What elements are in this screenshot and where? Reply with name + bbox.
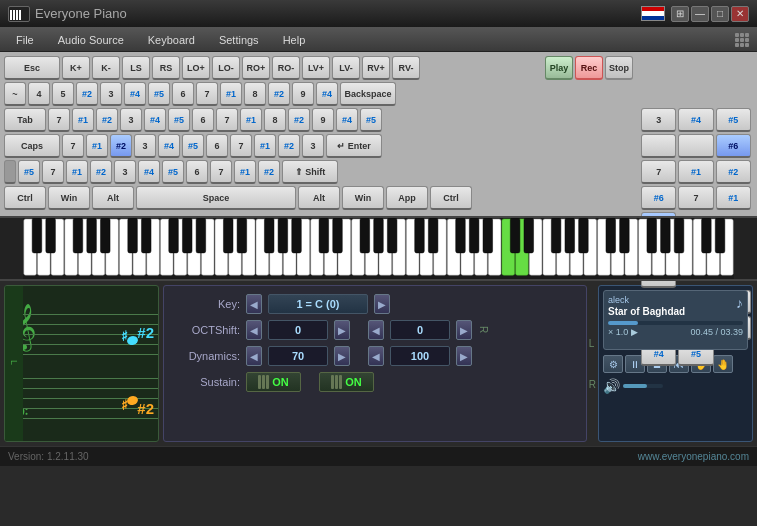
num-7-2[interactable]: 7 [48, 108, 70, 132]
num-sharp1-5[interactable]: #1 [254, 134, 276, 158]
np-7-1[interactable]: 7 [641, 160, 676, 184]
key-arrow-right[interactable]: ▶ [374, 294, 390, 314]
num-8-2[interactable]: 8 [264, 108, 286, 132]
space-key[interactable]: Space [136, 186, 296, 210]
num-sharp4-5[interactable]: #4 [158, 134, 180, 158]
language-flag-icon[interactable] [641, 6, 665, 21]
num-sharp4-3[interactable]: #4 [144, 108, 166, 132]
num-7-1[interactable]: 7 [196, 82, 218, 106]
num-sharp5-6[interactable]: #5 [162, 160, 184, 184]
num-sharp5-4[interactable]: #5 [182, 134, 204, 158]
lv-plus-key[interactable]: LV+ [302, 56, 330, 80]
num-9-1[interactable]: 9 [292, 82, 314, 106]
num-3-3[interactable]: 3 [134, 134, 156, 158]
octshift-right-arrow3[interactable]: ▶ [456, 320, 472, 340]
player-progress-bar[interactable] [608, 321, 743, 325]
k-minus-key[interactable]: K- [92, 56, 120, 80]
num-3-key[interactable]: 3 [100, 82, 122, 106]
dynamics-left-arrow[interactable]: ◀ [246, 346, 262, 366]
menu-keyboard[interactable]: Keyboard [136, 32, 207, 48]
tilde-key[interactable]: ~ [4, 82, 26, 106]
ro-plus-key[interactable]: RO+ [242, 56, 270, 80]
close-button[interactable]: ✕ [731, 6, 749, 22]
play-button[interactable]: Play [545, 56, 573, 80]
num-sharp1-6[interactable]: #1 [66, 160, 88, 184]
win-right-key[interactable]: Win [342, 186, 384, 210]
key-arrow-left[interactable]: ◀ [246, 294, 262, 314]
np-sharp1-2[interactable]: #1 [716, 186, 751, 210]
num-sharp2-1[interactable]: #2 [76, 82, 98, 106]
rv-plus-key[interactable]: RV+ [362, 56, 390, 80]
num-6-2[interactable]: 6 [192, 108, 214, 132]
lo-minus-key[interactable]: LO- [212, 56, 240, 80]
num-sharp5-3[interactable]: #5 [360, 108, 382, 132]
np-7-2[interactable]: 7 [678, 186, 713, 210]
num-3-2[interactable]: 3 [120, 108, 142, 132]
menu-file[interactable]: File [4, 32, 46, 48]
volume-icon[interactable]: 🔊 [603, 378, 620, 394]
num-sharp1-3[interactable]: #1 [240, 108, 262, 132]
ls-key[interactable]: LS [122, 56, 150, 80]
shift-right-key[interactable]: ⇑ Shift [282, 160, 338, 184]
backspace-key[interactable]: Backspace [340, 82, 396, 106]
num-6-4[interactable]: 6 [186, 160, 208, 184]
menu-help[interactable]: Help [271, 32, 318, 48]
np-sharp4-1[interactable]: #4 [678, 108, 713, 132]
num-sharp5-5[interactable]: #5 [18, 160, 40, 184]
num-4-key[interactable]: 4 [28, 82, 50, 106]
num-sharp2-3[interactable]: #2 [96, 108, 118, 132]
np-sharp5-1[interactable]: #5 [716, 108, 751, 132]
num-5-key[interactable]: 5 [52, 82, 74, 106]
num-6-3[interactable]: 6 [206, 134, 228, 158]
tab-key[interactable]: Tab [4, 108, 46, 132]
dynamics-right-arrow3[interactable]: ▶ [456, 346, 472, 366]
num-sharp2-4[interactable]: #2 [288, 108, 310, 132]
num-sharp5-1[interactable]: #5 [148, 82, 170, 106]
num-sharp2-2[interactable]: #2 [268, 82, 290, 106]
num-sharp1-1[interactable]: #1 [220, 82, 242, 106]
num-7-6[interactable]: 7 [42, 160, 64, 184]
num-7-5[interactable]: 7 [230, 134, 252, 158]
win-key[interactable]: Win [48, 186, 90, 210]
octshift-left-arrow[interactable]: ◀ [246, 320, 262, 340]
dynamics-right-arrow2[interactable]: ◀ [368, 346, 384, 366]
num-7-3[interactable]: 7 [216, 108, 238, 132]
num-sharp4-4[interactable]: #4 [336, 108, 358, 132]
num-sharp4-1[interactable]: #4 [124, 82, 146, 106]
np-3-2[interactable] [641, 134, 676, 158]
np-sharp4-2[interactable] [678, 134, 713, 158]
num-sharp1-2[interactable]: #1 [72, 108, 94, 132]
num-sharp2-6[interactable]: #2 [90, 160, 112, 184]
num-9-2[interactable]: 9 [312, 108, 334, 132]
np-sharp1-1[interactable]: #1 [678, 160, 713, 184]
num-3-5[interactable]: 3 [114, 160, 136, 184]
octshift-right-arrow2[interactable]: ◀ [368, 320, 384, 340]
menu-audio-source[interactable]: Audio Source [46, 32, 136, 48]
rs-key[interactable]: RS [152, 56, 180, 80]
grid-layout-icon[interactable] [735, 33, 749, 47]
maximize-button[interactable]: □ [711, 6, 729, 22]
lv-minus-key[interactable]: LV- [332, 56, 360, 80]
enter-key[interactable]: ↵ Enter [326, 134, 382, 158]
np-sharp6-2[interactable]: #6 [641, 186, 676, 210]
num-sharp2-5[interactable]: #2 [278, 134, 300, 158]
alt-right-key[interactable]: Alt [298, 186, 340, 210]
num-3-4[interactable]: 3 [302, 134, 324, 158]
ctrl-right-key[interactable]: Ctrl [430, 186, 472, 210]
player-settings-btn[interactable]: ⚙ [603, 355, 623, 373]
lo-plus-key[interactable]: LO+ [182, 56, 210, 80]
volume-bar[interactable] [623, 384, 663, 388]
k-plus-key[interactable]: K+ [62, 56, 90, 80]
np-3-1[interactable]: 3 [641, 108, 676, 132]
octshift-right-arrow[interactable]: ▶ [334, 320, 350, 340]
num-8-1[interactable]: 8 [244, 82, 266, 106]
num-sharp4-2[interactable]: #4 [316, 82, 338, 106]
num-sharp2-7[interactable]: #2 [258, 160, 280, 184]
alt-key[interactable]: Alt [92, 186, 134, 210]
app-key[interactable]: App [386, 186, 428, 210]
menu-settings[interactable]: Settings [207, 32, 271, 48]
num-6-1[interactable]: 6 [172, 82, 194, 106]
menu-icon-btn[interactable]: ⊞ [671, 6, 689, 22]
caps-key[interactable]: Caps [4, 134, 60, 158]
minimize-button[interactable]: — [691, 6, 709, 22]
